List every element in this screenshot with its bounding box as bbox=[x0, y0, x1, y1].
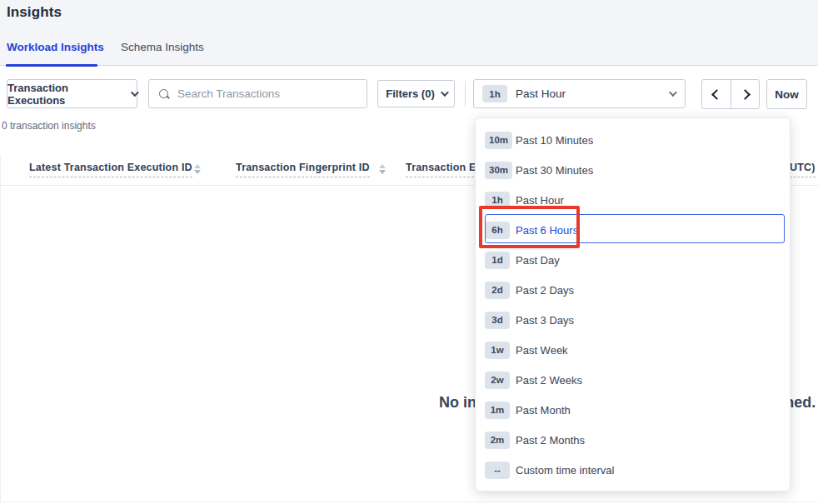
time-option-past-hour[interactable]: 1h Past Hour bbox=[476, 185, 790, 215]
time-option-past-week[interactable]: 1w Past Week bbox=[476, 335, 790, 365]
column-header-utc[interactable]: UTC) bbox=[790, 162, 816, 177]
chevron-right-icon bbox=[740, 89, 751, 100]
chevron-down-icon bbox=[669, 88, 677, 97]
time-option-custom-interval[interactable]: -- Custom time interval bbox=[476, 455, 790, 485]
insights-page: Insights Workload Insights Schema Insigh… bbox=[0, 0, 818, 504]
active-tab-underline bbox=[6, 64, 97, 67]
column-header-transaction-fingerprint-id[interactable]: Transaction Fingerprint ID bbox=[236, 162, 370, 177]
now-button[interactable]: Now bbox=[766, 79, 807, 109]
time-option-past-day[interactable]: 1d Past Day bbox=[476, 245, 790, 275]
filters-label: Filters (0) bbox=[386, 87, 435, 100]
time-option-past-10-minutes[interactable]: 10m Past 10 Minutes bbox=[476, 125, 790, 155]
time-range-label: Past Hour bbox=[516, 87, 566, 100]
page-header: Insights Workload Insights Schema Insigh… bbox=[0, 0, 818, 66]
time-range-badge: 1h bbox=[482, 85, 507, 102]
time-option-past-30-minutes[interactable]: 30m Past 30 Minutes bbox=[476, 155, 790, 185]
search-box[interactable] bbox=[148, 79, 367, 108]
column-header-latest-transaction-execution-id[interactable]: Latest Transaction Execution ID bbox=[29, 162, 192, 177]
search-input[interactable] bbox=[177, 87, 344, 100]
insight-type-select[interactable]: Transaction Executions bbox=[7, 79, 137, 108]
chevron-down-icon bbox=[131, 88, 139, 97]
time-option-past-2-weeks[interactable]: 2w Past 2 Weeks bbox=[476, 365, 790, 395]
chevron-down-icon bbox=[441, 88, 449, 97]
column-header-transaction-execution[interactable]: Transaction Ex bbox=[406, 162, 482, 177]
insight-type-label: Transaction Executions bbox=[7, 82, 123, 107]
time-option-past-2-days[interactable]: 2d Past 2 Days bbox=[476, 275, 790, 305]
time-option-past-2-months[interactable]: 2m Past 2 Months bbox=[476, 425, 790, 455]
search-icon bbox=[158, 88, 170, 100]
time-range-dropdown: 10m Past 10 Minutes 30m Past 30 Minutes … bbox=[475, 117, 791, 492]
results-count: 0 transaction insights bbox=[2, 120, 96, 132]
time-range-select[interactable]: 1h Past Hour bbox=[473, 79, 686, 108]
filters-button[interactable]: Filters (0) bbox=[377, 80, 455, 107]
time-option-past-6-hours[interactable]: 6h Past 6 Hours bbox=[476, 215, 790, 245]
time-option-past-month[interactable]: 1m Past Month bbox=[476, 395, 790, 425]
time-option-past-3-days[interactable]: 3d Past 3 Days bbox=[476, 305, 790, 335]
time-prev-button[interactable] bbox=[702, 80, 731, 108]
toolbar-divider bbox=[465, 81, 466, 107]
now-label: Now bbox=[775, 88, 799, 101]
page-title: Insights bbox=[7, 4, 62, 21]
tab-schema-insights[interactable]: Schema Insights bbox=[121, 41, 204, 53]
time-step-group bbox=[701, 79, 760, 109]
tab-workload-insights[interactable]: Workload Insights bbox=[7, 41, 104, 53]
chevron-left-icon bbox=[711, 89, 722, 100]
sort-icon[interactable] bbox=[379, 164, 386, 174]
sort-icon[interactable] bbox=[194, 164, 201, 174]
time-next-button[interactable] bbox=[731, 80, 759, 108]
